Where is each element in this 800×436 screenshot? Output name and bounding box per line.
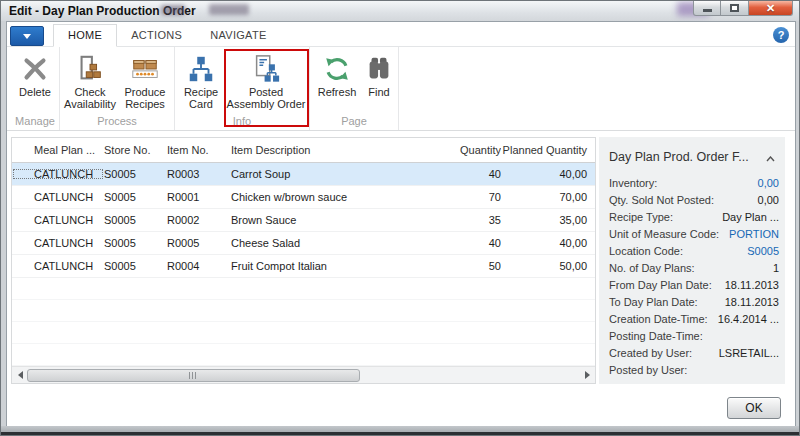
scroll-left-arrow[interactable]: [12, 367, 28, 384]
table-cell[interactable]: R0005: [167, 237, 231, 249]
triangle-left-icon: [18, 371, 23, 379]
factbox-field-value: Day Plan ...: [722, 211, 779, 223]
table-cell[interactable]: 50,00: [501, 260, 591, 272]
delete-button[interactable]: Delete: [13, 50, 57, 114]
tab-navigate[interactable]: NAVIGATE: [196, 25, 280, 46]
factbox-field-value: 0,00: [758, 194, 779, 206]
factbox-field-label: Location Code:: [609, 245, 683, 257]
table-cell[interactable]: 40,00: [501, 237, 591, 249]
table-cell[interactable]: 40: [453, 237, 501, 249]
table-cell[interactable]: 50: [453, 260, 501, 272]
ribbon-group-manage: Delete Manage: [11, 47, 60, 130]
group-label-info: Info: [177, 114, 307, 130]
refresh-button[interactable]: Refresh: [312, 50, 362, 114]
ribbon-group-info: Recipe Card: [175, 47, 310, 130]
table-cell[interactable]: CATLUNCH: [12, 260, 104, 272]
table-cell[interactable]: 40: [453, 168, 501, 180]
application-menu-button[interactable]: [10, 26, 44, 46]
ok-button[interactable]: OK: [727, 397, 781, 419]
table-row[interactable]: CATLUNCHS0005R0002Brown Sauce3535,00: [12, 209, 595, 232]
question-mark-icon: ?: [778, 29, 785, 41]
window-controls: ✕: [693, 1, 793, 16]
ribbon-group-page: Refresh Find: [310, 47, 399, 130]
factbox-pane: Day Plan Prod. Order F... Inventory:0,00…: [599, 137, 785, 384]
table-cell[interactable]: R0002: [167, 214, 231, 226]
table-cell[interactable]: S0005: [104, 191, 167, 203]
table-cell[interactable]: S0005: [104, 214, 167, 226]
factbox-field-value: 16.4.2014 ...: [718, 313, 779, 325]
find-label: Find: [368, 86, 389, 98]
scrollbar-thumb[interactable]: [27, 369, 360, 382]
posted-assembly-order-button[interactable]: Posted Assembly Order: [225, 50, 307, 114]
factbox-field: No. of Day Plans:1: [599, 259, 785, 276]
refresh-label: Refresh: [318, 86, 357, 98]
redacted-blob: [209, 4, 249, 15]
table-cell[interactable]: R0004: [167, 260, 231, 272]
table-cell[interactable]: R0003: [167, 168, 231, 180]
factbox-field-value[interactable]: PORTION: [729, 228, 779, 240]
table-cell[interactable]: 70,00: [501, 191, 591, 203]
scroll-right-arrow[interactable]: [579, 367, 595, 384]
delete-icon: [20, 52, 50, 86]
table-cell[interactable]: Brown Sauce: [231, 214, 453, 226]
edit-day-plan-production-order-window: Edit - Day Plan Production Order ✕ HOME …: [0, 0, 800, 436]
close-button[interactable]: ✕: [749, 1, 793, 16]
recipe-card-button[interactable]: Recipe Card: [177, 50, 225, 114]
horizontal-scrollbar[interactable]: [12, 366, 595, 383]
empty-row: [12, 278, 595, 300]
minimize-button[interactable]: [693, 1, 721, 16]
group-label-page: Page: [312, 114, 396, 130]
column-header-planned-quantity[interactable]: Planned Quantity: [501, 144, 591, 156]
table-cell[interactable]: CATLUNCH: [12, 191, 104, 203]
table-cell[interactable]: S0005: [104, 168, 167, 180]
column-header-quantity[interactable]: Quantity: [453, 144, 501, 156]
table-cell[interactable]: CATLUNCH: [12, 237, 104, 249]
factbox-field-label: To Day Plan Date:: [609, 296, 698, 308]
tab-actions[interactable]: ACTIONS: [117, 25, 196, 46]
column-header-item-no[interactable]: Item No.: [167, 144, 231, 156]
table-cell[interactable]: 35: [453, 214, 501, 226]
check-availability-label: Check Availability: [62, 86, 118, 110]
table-cell[interactable]: Cheese Salad: [231, 237, 453, 249]
chevron-up-icon[interactable]: [764, 146, 777, 168]
factbox-field-value[interactable]: 0,00: [758, 177, 779, 189]
maximize-button[interactable]: [721, 1, 749, 16]
column-header-store-no[interactable]: Store No.: [104, 144, 167, 156]
table-cell[interactable]: 40,00: [501, 168, 591, 180]
help-button[interactable]: ?: [773, 27, 789, 43]
table-cell[interactable]: 70: [453, 191, 501, 203]
factbox-field-label: Inventory:: [609, 177, 657, 189]
table-cell[interactable]: CATLUNCH: [12, 168, 104, 180]
group-label-process: Process: [62, 114, 172, 130]
table-cell[interactable]: CATLUNCH: [12, 214, 104, 226]
table-cell[interactable]: 35,00: [501, 214, 591, 226]
factbox-field: Posted by User:: [599, 361, 785, 378]
table-row[interactable]: CATLUNCHS0005R0005Cheese Salad4040,00: [12, 232, 595, 255]
table-row[interactable]: CATLUNCHS0005R0004Fruit Compot Italian50…: [12, 255, 595, 278]
column-header-meal-plan[interactable]: Meal Plan ...: [12, 144, 104, 156]
check-availability-button[interactable]: Check Availability: [62, 50, 118, 114]
table-cell[interactable]: R0001: [167, 191, 231, 203]
factbox-field-value: LSRETAIL...: [719, 347, 779, 359]
tab-home[interactable]: HOME: [53, 24, 117, 47]
factbox-header: Day Plan Prod. Order F...: [599, 137, 785, 174]
factbox-field-value[interactable]: S0005: [747, 245, 779, 257]
factbox-field: Unit of Measure Code:PORTION: [599, 225, 785, 242]
table-row[interactable]: CATLUNCHS0005R0003Carrot Soup4040,00: [12, 163, 595, 186]
empty-row: [12, 322, 595, 344]
table-cell[interactable]: Chicken w/brown sauce: [231, 191, 453, 203]
table-cell[interactable]: S0005: [104, 237, 167, 249]
table-row[interactable]: CATLUNCHS0005R0001Chicken w/brown sauce7…: [12, 186, 595, 209]
table-cell[interactable]: S0005: [104, 260, 167, 272]
chevron-down-icon: [23, 34, 31, 39]
find-button[interactable]: Find: [362, 50, 396, 114]
grid-body: CATLUNCHS0005R0003Carrot Soup4040,00CATL…: [12, 163, 595, 366]
table-cell[interactable]: Carrot Soup: [231, 168, 453, 180]
column-header-item-description[interactable]: Item Description: [231, 144, 453, 156]
ribbon-group-process: Check Availability: [60, 47, 175, 130]
table-cell[interactable]: Fruit Compot Italian: [231, 260, 453, 272]
produce-recipes-button[interactable]: Produce Recipes: [118, 50, 172, 114]
triangle-right-icon: [585, 371, 590, 379]
factbox-field: Creation Date-Time:16.4.2014 ...: [599, 310, 785, 327]
factbox-field-label: Unit of Measure Code:: [609, 228, 719, 240]
